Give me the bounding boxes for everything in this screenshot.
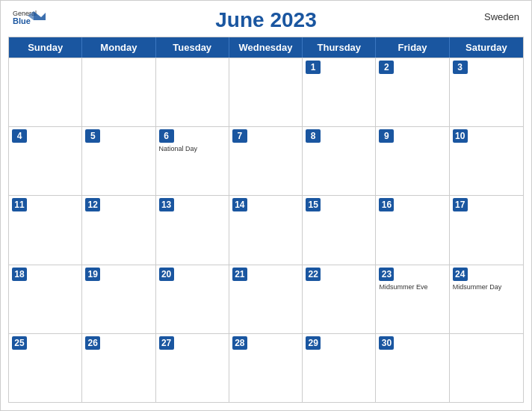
day-number: 17 (453, 198, 468, 211)
logo-icon: General Blue (13, 7, 46, 34)
week-row-5: 2526272829300 (9, 333, 523, 402)
day-number: 29 (306, 336, 321, 350)
day-cell-29: 29 (303, 334, 376, 402)
day-number: 1 (306, 61, 321, 74)
week-row-1: 0000123 (9, 58, 523, 126)
day-number: 6 (159, 129, 174, 143)
calendar-body: 0000123456National Day789101112131415161… (9, 58, 523, 402)
day-cell-empty-0-0: 0 (9, 58, 82, 126)
day-cell-22: 22 (303, 265, 376, 333)
holiday-label: Midsummer Day (453, 283, 520, 291)
day-cell-19: 19 (82, 265, 155, 333)
holiday-label: National Day (159, 145, 226, 153)
day-number: 16 (379, 198, 394, 211)
day-number: 10 (453, 129, 468, 143)
holiday-label: Midsummer Eve (379, 283, 445, 291)
day-cell-15: 15 (303, 196, 376, 264)
day-header-tuesday: Tuesday (156, 37, 229, 58)
day-cell-16: 16 (376, 196, 449, 264)
day-cell-2: 2 (376, 58, 449, 126)
day-number: 8 (306, 129, 321, 143)
day-number: 2 (379, 61, 394, 74)
day-cell-9: 9 (376, 127, 449, 195)
day-number: 11 (12, 198, 27, 211)
day-cell-28: 28 (229, 334, 303, 402)
day-cell-24: 24Midsummer Day (450, 265, 523, 333)
day-cell-12: 12 (82, 196, 155, 264)
day-number: 7 (232, 129, 247, 143)
day-cell-20: 20 (156, 265, 229, 333)
day-header-monday: Monday (82, 37, 155, 58)
day-cell-25: 25 (9, 334, 82, 402)
day-number: 28 (232, 336, 247, 350)
day-cell-empty-0-3: 0 (229, 58, 303, 126)
day-cell-1: 1 (303, 58, 376, 126)
day-cell-5: 5 (82, 127, 155, 195)
day-cell-4: 4 (9, 127, 82, 195)
day-number: 14 (232, 198, 247, 211)
day-number: 26 (85, 336, 100, 350)
day-cell-6: 6National Day (156, 127, 229, 195)
day-header-sunday: Sunday (9, 37, 82, 58)
header: General Blue June 2023 Sweden (1, 1, 531, 37)
day-number: 18 (12, 268, 27, 281)
day-number: 30 (379, 336, 394, 350)
day-cell-17: 17 (450, 196, 523, 264)
day-number: 19 (85, 268, 100, 281)
day-cell-21: 21 (229, 265, 303, 333)
svg-text:Blue: Blue (13, 16, 31, 25)
day-cell-14: 14 (229, 196, 303, 264)
day-header-friday: Friday (376, 37, 449, 58)
day-number: 20 (159, 268, 174, 281)
day-cell-empty-4-6: 0 (450, 334, 523, 402)
day-header-thursday: Thursday (303, 37, 376, 58)
week-row-3: 11121314151617 (9, 195, 523, 264)
day-number: 25 (12, 336, 27, 350)
day-cell-13: 13 (156, 196, 229, 264)
day-number: 27 (159, 336, 174, 350)
day-cell-23: 23Midsummer Eve (376, 265, 449, 333)
country-label: Sweden (484, 11, 519, 22)
day-cell-27: 27 (156, 334, 229, 402)
day-header-saturday: Saturday (450, 37, 523, 58)
day-header-wednesday: Wednesday (229, 37, 303, 58)
day-cell-8: 8 (303, 127, 376, 195)
day-number: 12 (85, 198, 100, 211)
calendar-page: General Blue June 2023 Sweden SundayMond… (0, 0, 532, 411)
calendar-title: June 2023 (215, 8, 316, 32)
day-number: 3 (453, 61, 468, 74)
day-cell-30: 30 (376, 334, 449, 402)
day-cell-empty-0-1: 0 (82, 58, 155, 126)
day-cell-11: 11 (9, 196, 82, 264)
day-headers-row: SundayMondayTuesdayWednesdayThursdayFrid… (9, 37, 523, 58)
week-row-2: 456National Day78910 (9, 126, 523, 195)
day-number: 21 (232, 268, 247, 281)
calendar-grid: SundayMondayTuesdayWednesdayThursdayFrid… (8, 37, 524, 403)
day-cell-10: 10 (450, 127, 523, 195)
day-number: 4 (12, 129, 27, 143)
day-cell-empty-0-2: 0 (156, 58, 229, 126)
day-cell-26: 26 (82, 334, 155, 402)
day-number: 24 (453, 268, 468, 281)
day-number: 22 (306, 268, 321, 281)
day-cell-18: 18 (9, 265, 82, 333)
day-number: 9 (379, 129, 394, 143)
day-number: 13 (159, 198, 174, 211)
day-cell-3: 3 (450, 58, 523, 126)
day-number: 23 (379, 268, 394, 281)
day-number: 5 (85, 129, 100, 143)
day-cell-7: 7 (229, 127, 303, 195)
logo: General Blue (13, 7, 46, 34)
day-number: 15 (306, 198, 321, 211)
week-row-4: 181920212223Midsummer Eve24Midsummer Day (9, 265, 523, 333)
